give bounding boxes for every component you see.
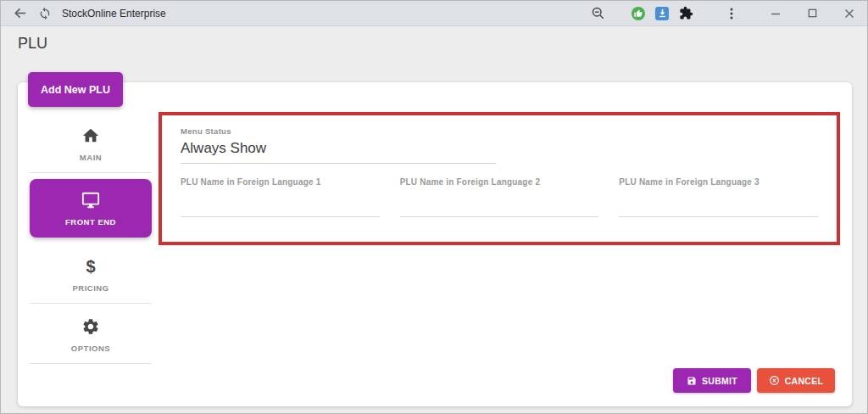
extensions-puzzle-icon[interactable] (679, 6, 693, 20)
cancel-button[interactable]: CANCEL (757, 368, 835, 393)
field-label: PLU Name in Foreign Language 1 (181, 177, 380, 187)
titlebar: StockOnline Enterprise (1, 1, 867, 26)
sidebar-item-main[interactable]: MAIN (30, 113, 152, 173)
sidebar-item-label: MAIN (30, 153, 152, 162)
highlighted-form-region: Menu Status Always Show PLU Name in Fore… (159, 112, 840, 245)
sidebar-item-label: OPTIONS (30, 344, 152, 353)
submit-button-label: SUBMIT (702, 376, 737, 386)
foreign-language-2-input[interactable] (400, 187, 599, 217)
zoom-out-icon[interactable] (591, 6, 605, 20)
refresh-icon[interactable] (38, 7, 52, 20)
page-content: PLU Add New PLU MAIN FRONT END (1, 26, 867, 413)
thumbs-up-extension-icon[interactable] (632, 7, 645, 20)
cancel-circle-icon (769, 375, 780, 386)
gear-icon (30, 317, 152, 336)
app-window: StockOnline Enterprise (0, 0, 868, 414)
sidebar-item-options[interactable]: OPTIONS (30, 304, 152, 364)
foreign-language-fields-row: PLU Name in Foreign Language 1 PLU Name … (181, 177, 818, 217)
sidebar-item-label: PRICING (30, 283, 152, 293)
plu-card: Add New PLU MAIN FRONT END $ P (18, 82, 852, 406)
form-actions: SUBMIT CANCEL (673, 368, 835, 393)
download-extension-icon[interactable] (655, 7, 669, 20)
menu-status-label: Menu Status (181, 126, 818, 136)
page-title: PLU (18, 35, 47, 53)
cancel-button-label: CANCEL (785, 376, 824, 386)
sidebar-item-pricing[interactable]: $ PRICING (30, 243, 152, 304)
field-foreign-language-2: PLU Name in Foreign Language 2 (400, 177, 599, 217)
menu-dots-icon[interactable] (726, 7, 737, 20)
home-icon (30, 126, 152, 145)
foreign-language-3-input[interactable] (619, 187, 818, 217)
back-icon[interactable] (13, 6, 27, 20)
sidebar-tabs: MAIN FRONT END $ PRICING OPTIONS (30, 113, 152, 364)
sidebar-item-front-end[interactable]: FRONT END (30, 179, 152, 238)
field-foreign-language-3: PLU Name in Foreign Language 3 (619, 177, 818, 217)
close-icon[interactable] (843, 8, 855, 20)
monitor-icon (30, 191, 152, 210)
field-foreign-language-1: PLU Name in Foreign Language 1 (181, 177, 380, 217)
dollar-icon: $ (30, 257, 152, 276)
field-label: PLU Name in Foreign Language 3 (619, 177, 818, 187)
foreign-language-1-input[interactable] (181, 187, 380, 217)
add-new-plu-button[interactable]: Add New PLU (28, 72, 123, 107)
save-icon (687, 376, 697, 386)
submit-button[interactable]: SUBMIT (673, 368, 751, 393)
maximize-icon[interactable] (807, 8, 818, 19)
window-title: StockOnline Enterprise (62, 8, 166, 20)
menu-status-select[interactable]: Always Show (181, 140, 496, 164)
sidebar-item-label: FRONT END (30, 217, 152, 227)
minimize-icon[interactable] (770, 8, 782, 20)
field-label: PLU Name in Foreign Language 2 (400, 177, 599, 187)
